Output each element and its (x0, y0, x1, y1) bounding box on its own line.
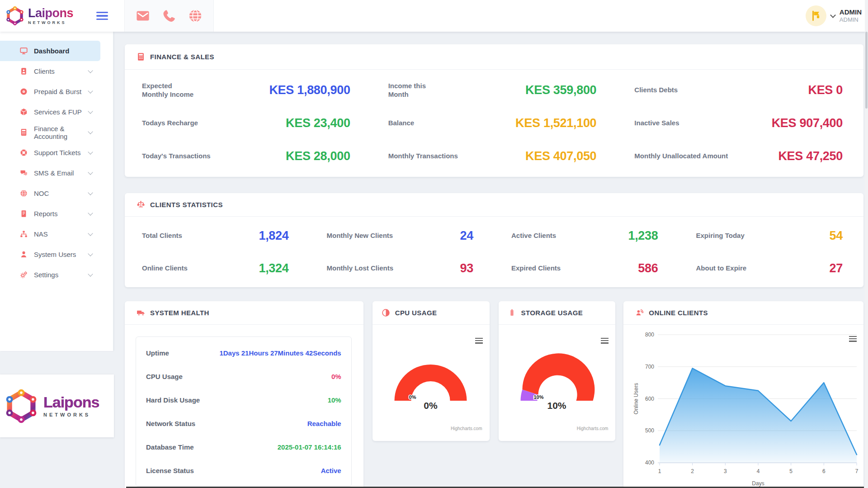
health-row-hard-disk-usage: Hard Disk Usage10% (146, 388, 341, 412)
svg-text:2: 2 (691, 468, 694, 474)
online-users-icon (635, 308, 644, 317)
health-label: Hard Disk Usage (146, 396, 200, 404)
health-value: Reachable (307, 420, 341, 427)
brand-subtitle: NETWORKS (28, 21, 73, 25)
chart-context-menu-icon[interactable] (475, 336, 483, 345)
svg-text:5: 5 (790, 468, 793, 474)
clients-stat-online-clients: Online Clients1,324 (125, 252, 310, 284)
sidebar-item-clients[interactable]: Clients (0, 61, 100, 81)
svg-text:1: 1 (658, 468, 661, 474)
stat-label: Active Clients (511, 232, 556, 240)
brand-logo[interactable]: Laipons NETWORKS (0, 5, 93, 26)
storage-usage-panel: STORAGE USAGE 10%10% Highcharts.com (499, 301, 616, 441)
scrollbar[interactable] (865, 0, 868, 488)
finance-stat-clients-debts: Clients DebtsKES 0 (617, 74, 863, 107)
stat-label: Expected Monthly Income (142, 82, 193, 99)
stat-value: 93 (460, 261, 473, 275)
stat-label: Clients Debts (634, 86, 678, 95)
chevron-down-icon (830, 12, 836, 18)
chevron-down-icon (88, 88, 93, 93)
chevron-down-icon (88, 68, 93, 73)
stat-value: 27 (830, 261, 843, 275)
stat-label: Balance (388, 119, 415, 128)
health-value: 2025-01-07 16:14:16 (278, 443, 341, 451)
chart-context-menu-icon[interactable] (849, 335, 857, 343)
chevron-down-icon (88, 231, 93, 236)
stat-label: Expiring Today (696, 232, 745, 240)
user-menu[interactable]: ADMIN ADMIN (806, 5, 868, 26)
avatar (806, 5, 826, 26)
noc-icon (20, 190, 28, 197)
clients-stat-about-to-expire: About to Expire27 (679, 252, 864, 284)
sidebar-item-settings[interactable]: Settings (0, 265, 100, 285)
sidebar-item-nas[interactable]: NAS (0, 224, 100, 244)
stat-label: Todays Recharge (142, 119, 198, 128)
sidebar-item-label: System Users (34, 251, 82, 258)
finance-stat-today-s-transactions: Today's TransactionsKES 28,000 (125, 140, 371, 173)
stat-value: KES 907,400 (772, 116, 843, 130)
reports-icon (20, 210, 28, 218)
brand-footer-name: Laipons (43, 394, 99, 410)
sidebar-item-system-users[interactable]: System Users (0, 244, 100, 265)
health-row-cpu-usage: CPU Usage0% (146, 365, 341, 388)
chevron-down-icon (88, 190, 93, 195)
sidebar-item-prepaid-burst[interactable]: Prepaid & Burst (0, 81, 100, 102)
svg-text:7: 7 (855, 468, 859, 474)
sidebar-item-finance-accounting[interactable]: Finance & Accounting (0, 122, 100, 142)
chart-context-menu-icon[interactable] (601, 336, 609, 345)
users-icon (20, 251, 28, 258)
svg-text:Days: Days (752, 480, 764, 487)
svg-text:4: 4 (757, 468, 760, 474)
highcharts-credit[interactable]: Highcharts.com (451, 426, 482, 431)
clients-stat-monthly-new-clients: Monthly New Clients24 (310, 219, 495, 252)
stat-label: Monthly Transactions (388, 152, 458, 161)
health-label: Database Time (146, 443, 194, 451)
user-role: ADMIN (840, 16, 862, 24)
stat-value: 1,238 (628, 229, 658, 243)
stat-label: Inactive Sales (634, 119, 679, 128)
highcharts-credit[interactable]: Highcharts.com (577, 426, 608, 431)
online-clients-area-chart: 4005006007008001234567DaysOnline Users (623, 325, 863, 488)
flag-icon (810, 10, 822, 22)
phone-icon[interactable] (162, 9, 176, 23)
globe-icon[interactable] (188, 9, 203, 23)
brand-footer: Laipons NETWORKS (0, 374, 114, 437)
health-value: Active (321, 467, 341, 474)
sidebar-item-support-tickets[interactable]: Support Tickets (0, 142, 100, 163)
user-name: ADMIN (840, 8, 862, 17)
stat-label: Online Clients (142, 264, 188, 273)
health-label: Network Status (146, 420, 195, 427)
clients-stat-expiring-today: Expiring Today54 (679, 219, 864, 252)
prepaid-icon (20, 88, 28, 95)
svg-text:400: 400 (645, 460, 654, 466)
sms-icon (20, 169, 28, 177)
sidebar: DashboardClientsPrepaid & BurstServices … (0, 32, 113, 351)
chevron-down-icon (88, 170, 93, 175)
sidebar-item-reports[interactable]: Reports (0, 204, 100, 224)
panel-title: ONLINE CLIENTS (649, 309, 708, 317)
stat-value: 1,824 (259, 229, 288, 243)
cpu-gauge-chart: 0%0% (380, 350, 482, 413)
sidebar-item-noc[interactable]: NOC (0, 183, 100, 204)
sidebar-item-label: Prepaid & Burst (34, 88, 82, 95)
clients-stat-total-clients: Total Clients1,824 (125, 219, 310, 252)
mail-icon[interactable] (136, 9, 150, 23)
sidebar-item-dashboard[interactable]: Dashboard (0, 41, 100, 61)
battery-icon (508, 308, 516, 317)
stat-label: Monthly Unallocated Amount (634, 152, 728, 161)
health-value: 0% (331, 373, 341, 380)
health-row-uptime: Uptime1Days 21Hours 27Minutes 42Seconds (146, 341, 341, 365)
svg-text:500: 500 (645, 427, 654, 434)
finance-stat-monthly-unallocated-amount: Monthly Unallocated AmountKES 47,250 (617, 140, 863, 173)
sidebar-item-label: Services & FUP (34, 108, 82, 116)
sidebar-item-label: SMS & Email (34, 169, 82, 177)
sidebar-item-sms-email[interactable]: SMS & Email (0, 163, 100, 183)
scrollbar-thumb[interactable] (865, 32, 868, 109)
panel-title: SYSTEM HEALTH (150, 309, 209, 317)
finance-stat-income-this-month: Income this MonthKES 359,800 (371, 74, 618, 107)
sidebar-item-services-fup[interactable]: Services & FUP (0, 102, 100, 122)
dashboard-icon (20, 47, 28, 55)
health-row-database-time: Database Time2025-01-07 16:14:16 (146, 435, 341, 459)
sidebar-item-label: NAS (34, 230, 82, 238)
menu-toggle-button[interactable] (96, 10, 112, 22)
